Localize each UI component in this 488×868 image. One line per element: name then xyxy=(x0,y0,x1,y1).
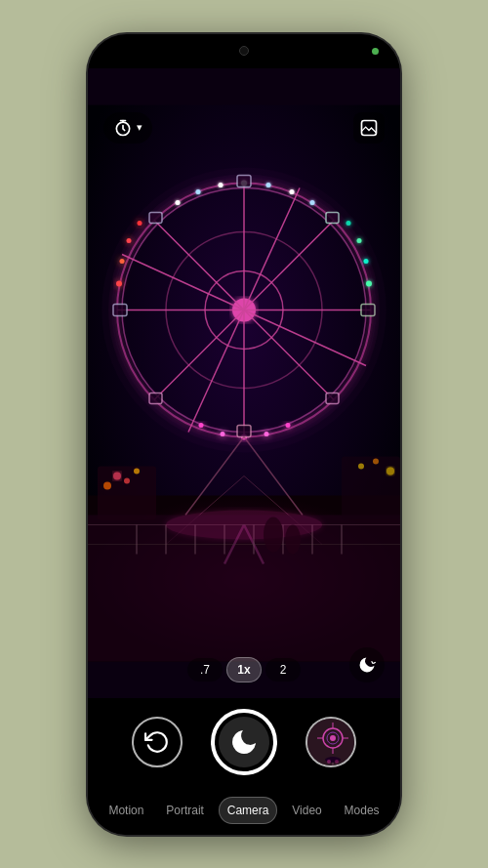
camera-hole xyxy=(239,46,249,56)
svg-rect-80 xyxy=(362,120,377,135)
nav-motion[interactable]: Motion xyxy=(101,798,151,823)
svg-rect-43 xyxy=(237,425,251,436)
svg-point-39 xyxy=(286,423,291,428)
svg-point-75 xyxy=(264,517,283,552)
zoom-1x-button[interactable]: 1x xyxy=(226,657,262,682)
svg-point-67 xyxy=(113,472,121,479)
svg-point-41 xyxy=(199,423,204,428)
nav-bar: Motion Portrait Camera Video Modes xyxy=(88,786,400,835)
nav-portrait[interactable]: Portrait xyxy=(158,798,212,823)
svg-point-84 xyxy=(330,735,336,741)
svg-point-74 xyxy=(386,467,394,475)
status-dot xyxy=(372,48,379,55)
svg-point-70 xyxy=(103,481,111,489)
viewfinder: ▾ .7 1x 2 xyxy=(88,68,400,698)
svg-point-73 xyxy=(373,458,379,464)
svg-rect-66 xyxy=(98,466,156,519)
camera-controls-top: ▾ xyxy=(88,112,400,144)
flip-camera-button[interactable] xyxy=(132,717,183,767)
top-bar xyxy=(88,34,400,68)
shutter-button[interactable] xyxy=(211,709,277,775)
svg-point-69 xyxy=(124,477,130,483)
svg-point-76 xyxy=(285,524,301,554)
svg-point-72 xyxy=(358,463,364,469)
zoom-2x-button[interactable]: 2 xyxy=(265,658,301,682)
bottom-controls xyxy=(88,698,400,786)
ferris-scene xyxy=(88,68,400,698)
night-mode-button[interactable] xyxy=(349,647,385,682)
zoom-controls: .7 1x 2 xyxy=(187,657,301,682)
svg-rect-71 xyxy=(342,456,400,519)
zoom-0.7-button[interactable]: .7 xyxy=(187,658,223,682)
phone-screen: ▾ .7 1x 2 xyxy=(88,34,400,835)
svg-point-68 xyxy=(134,468,140,474)
svg-point-40 xyxy=(221,432,225,436)
svg-point-92 xyxy=(335,760,339,764)
gallery-button[interactable] xyxy=(353,112,385,144)
nav-camera[interactable]: Camera xyxy=(219,797,278,824)
chevron-down-icon: ▾ xyxy=(137,121,142,134)
nav-modes[interactable]: Modes xyxy=(337,798,387,823)
nav-video[interactable]: Video xyxy=(284,798,329,823)
timer-button[interactable]: ▾ xyxy=(103,112,152,144)
phone-frame: ▾ .7 1x 2 xyxy=(88,34,400,835)
last-photo-thumbnail[interactable] xyxy=(305,717,356,767)
shutter-inner xyxy=(219,717,269,767)
svg-point-91 xyxy=(327,760,331,764)
